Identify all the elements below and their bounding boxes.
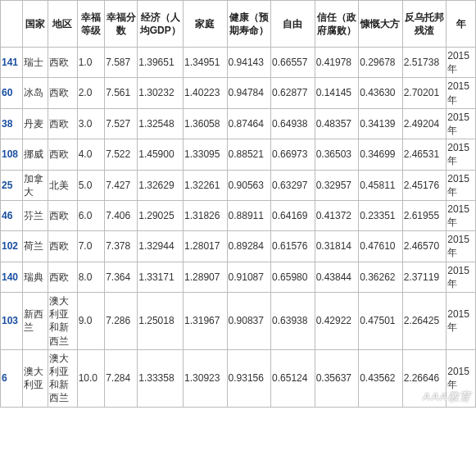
cell-rank: 3.0 [77,108,104,139]
cell-gen: 0.47610 [359,231,403,262]
cell-family: 1.31826 [184,200,228,230]
cell-health: 0.91087 [227,262,271,292]
table-row: 25加拿大北美5.07.4271.326291.322610.905630.63… [1,170,476,200]
cell-country: 冰岛 [22,78,48,108]
cell-country: 瑞典 [22,262,48,292]
cell-year: 2015年 [447,170,476,200]
col-dys: 反乌托邦残渣 [402,1,447,48]
cell-gen: 0.36262 [359,262,403,292]
cell-index: 6 [1,349,23,407]
cell-econ: 1.39651 [138,48,184,78]
cell-region: 西欧 [48,108,77,139]
cell-gen: 0.29678 [359,48,403,78]
cell-score: 7.527 [105,108,138,139]
cell-country: 瑞士 [22,48,48,78]
cell-family: 1.33095 [184,139,228,170]
cell-rank: 1.0 [77,48,104,78]
cell-rank: 6.0 [77,200,104,230]
cell-gen: 0.34139 [359,108,403,139]
cell-score: 7.378 [105,231,138,262]
cell-econ: 1.45900 [138,139,184,170]
cell-score: 7.522 [105,139,138,170]
cell-dys: 2.46570 [402,231,447,262]
cell-rank: 5.0 [77,170,104,200]
cell-freedom: 0.66557 [271,48,315,78]
cell-year: 2015年 [447,293,476,350]
col-family: 家庭 [184,1,228,48]
cell-freedom: 0.66973 [271,139,315,170]
cell-dys: 2.26646 [402,349,447,407]
cell-rank: 10.0 [77,349,104,407]
col-rank: 幸福等级 [77,1,104,48]
cell-trust: 0.41372 [315,200,359,230]
cell-trust: 0.42922 [315,293,359,350]
cell-dys: 2.49204 [402,108,447,139]
cell-trust: 0.48357 [315,108,359,139]
table-header-row: 国家 地区 幸福等级 幸福分数 经济（人均GDP） 家庭 健康（预期寿命） 自由… [1,1,476,48]
cell-dys: 2.46531 [402,139,447,170]
table-row: 140瑞典西欧8.07.3641.331711.289070.910870.65… [1,262,476,292]
cell-region: 西欧 [48,139,77,170]
col-trust: 信任（政府腐败） [315,1,359,48]
cell-econ: 1.30232 [138,78,184,108]
cell-rank: 2.0 [77,78,104,108]
cell-health: 0.94784 [227,78,271,108]
cell-family: 1.36058 [184,108,228,139]
cell-country: 澳大利亚 [22,349,48,407]
cell-freedom: 0.65980 [271,262,315,292]
cell-rank: 8.0 [77,262,104,292]
table-row: 46芬兰西欧6.07.4061.290251.318260.889110.641… [1,200,476,230]
cell-econ: 1.32944 [138,231,184,262]
cell-country: 加拿大 [22,170,48,200]
cell-region: 西欧 [48,48,77,78]
table-row: 102荷兰西欧7.07.3781.329441.280170.892840.61… [1,231,476,262]
col-gen: 慷慨大方 [359,1,403,48]
cell-freedom: 0.64169 [271,200,315,230]
cell-trust: 0.31814 [315,231,359,262]
cell-region: 北美 [48,170,77,200]
cell-health: 0.89284 [227,231,271,262]
cell-year: 2015年 [447,262,476,292]
cell-gen: 0.23351 [359,200,403,230]
cell-country: 荷兰 [22,231,48,262]
cell-health: 0.90563 [227,170,271,200]
cell-gen: 0.34699 [359,139,403,170]
cell-score: 7.427 [105,170,138,200]
cell-health: 0.88521 [227,139,271,170]
cell-score: 7.284 [105,349,138,407]
cell-score: 7.406 [105,200,138,230]
cell-index: 108 [1,139,23,170]
cell-index: 60 [1,78,23,108]
cell-year: 2015年 [447,231,476,262]
cell-score: 7.286 [105,293,138,350]
cell-trust: 0.41978 [315,48,359,78]
cell-econ: 1.32629 [138,170,184,200]
cell-family: 1.32261 [184,170,228,200]
cell-trust: 0.43844 [315,262,359,292]
cell-family: 1.30923 [184,349,228,407]
cell-index: 46 [1,200,23,230]
cell-country: 挪威 [22,139,48,170]
cell-trust: 0.14145 [315,78,359,108]
cell-index: 25 [1,170,23,200]
table-row: 6澳大利亚澳大利亚和新西兰10.07.2841.333581.309230.93… [1,349,476,407]
cell-region: 西欧 [48,200,77,230]
cell-freedom: 0.61576 [271,231,315,262]
cell-health: 0.94143 [227,48,271,78]
cell-year: 2015年 [447,349,476,407]
cell-index: 38 [1,108,23,139]
col-country: 国家 [22,1,48,48]
cell-family: 1.34951 [184,48,228,78]
cell-country: 新西兰 [22,293,48,350]
cell-region: 西欧 [48,78,77,108]
cell-score: 7.561 [105,78,138,108]
col-index [1,1,23,48]
cell-score: 7.364 [105,262,138,292]
cell-trust: 0.35637 [315,349,359,407]
col-region: 地区 [48,1,77,48]
col-year: 年 [447,1,476,48]
cell-dys: 2.37119 [402,262,447,292]
table-row: 103新西兰澳大利亚和新西兰9.07.2861.250181.319670.90… [1,293,476,350]
table-row: 108挪威西欧4.07.5221.459001.330950.885210.66… [1,139,476,170]
cell-health: 0.93156 [227,349,271,407]
